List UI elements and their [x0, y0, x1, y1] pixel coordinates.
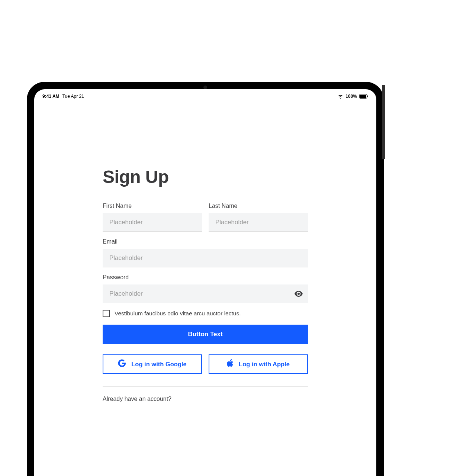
status-date: Tue Apr 21	[62, 94, 84, 99]
svg-rect-2	[367, 96, 368, 97]
email-label: Email	[103, 238, 308, 245]
submit-button[interactable]: Button Text	[103, 325, 308, 344]
tablet-screen: 9:41 AM Tue Apr 21 100% Sign Up First Na…	[34, 89, 376, 476]
eye-icon[interactable]	[295, 291, 303, 297]
device-edge	[382, 85, 385, 159]
terms-row: Vestibulum faucibus odio vitae arcu auct…	[103, 310, 308, 317]
wifi-icon	[338, 94, 343, 99]
last-name-input[interactable]	[209, 213, 308, 231]
email-field-group: Email	[103, 238, 308, 267]
apple-icon	[227, 359, 234, 369]
email-input[interactable]	[103, 249, 308, 267]
apple-login-label: Log in with Apple	[239, 361, 290, 368]
signup-form: Sign Up First Name Last Name Ema	[34, 100, 376, 402]
battery-icon	[359, 94, 368, 99]
status-bar: 9:41 AM Tue Apr 21 100%	[34, 89, 376, 100]
last-name-label: Last Name	[209, 203, 308, 209]
password-label: Password	[103, 274, 308, 281]
status-left: 9:41 AM Tue Apr 21	[42, 94, 84, 99]
terms-text: Vestibulum faucibus odio vitae arcu auct…	[115, 310, 241, 317]
google-login-button[interactable]: Log in with Google	[103, 354, 202, 374]
status-battery-pct: 100%	[345, 94, 357, 99]
svg-rect-1	[360, 95, 366, 98]
already-have-account-text: Already have an account?	[103, 396, 308, 402]
page-title: Sign Up	[103, 167, 308, 187]
last-name-field-group: Last Name	[209, 203, 308, 232]
apple-login-button[interactable]: Log in with Apple	[209, 354, 308, 374]
password-input[interactable]	[103, 284, 308, 303]
divider	[103, 386, 308, 387]
tablet-frame: 9:41 AM Tue Apr 21 100% Sign Up First Na…	[27, 82, 384, 476]
first-name-input[interactable]	[103, 213, 202, 231]
password-field-group: Password	[103, 274, 308, 303]
camera-dot	[203, 86, 207, 89]
status-time: 9:41 AM	[42, 94, 60, 99]
status-right: 100%	[338, 94, 368, 99]
terms-checkbox[interactable]	[103, 310, 110, 317]
google-login-label: Log in with Google	[131, 361, 186, 368]
first-name-label: First Name	[103, 203, 202, 209]
first-name-field-group: First Name	[103, 203, 202, 232]
google-icon	[118, 359, 126, 369]
